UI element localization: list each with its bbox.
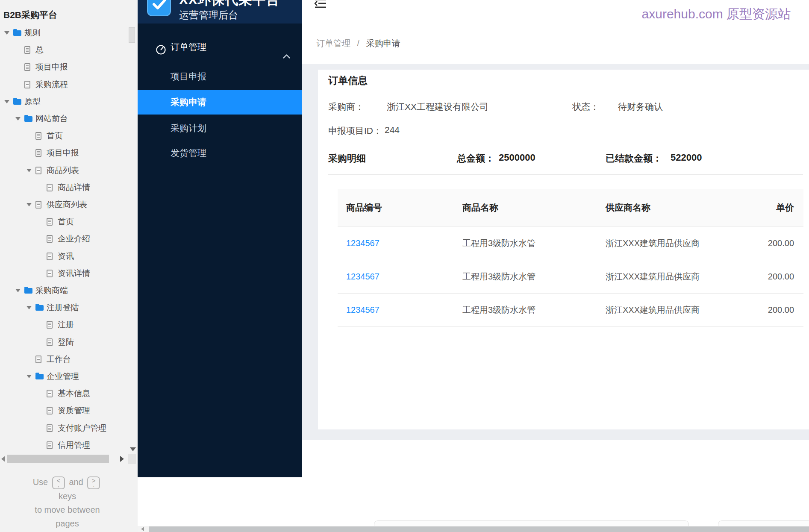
expand-arrow-icon[interactable] xyxy=(26,306,32,309)
table-row: 1234567工程用3级防水水管浙江XXX建筑用品供应商200.00 xyxy=(338,293,803,326)
settled-label: 已结款金额： xyxy=(606,152,662,165)
tree-item-企业介绍[interactable]: 企业介绍 xyxy=(0,230,128,247)
page-horizontal-scrollbar-thumb[interactable] xyxy=(149,526,809,532)
tree-item-商品列表[interactable]: 商品列表 xyxy=(0,162,128,179)
page-icon xyxy=(47,338,53,346)
col-header-供应商名称: 供应商名称 xyxy=(597,189,751,226)
tree-item-总[interactable]: 总 xyxy=(0,41,128,59)
tree-item-供应商列表[interactable]: 供应商列表 xyxy=(0,196,128,213)
tree-item-注册[interactable]: 注册 xyxy=(0,316,128,333)
page-tree-sidebar: B2B采购平台 规则总项目申报采购流程原型网站前台首页项目申报商品列表商品详情供… xyxy=(0,0,138,532)
col-header-商品名称: 商品名称 xyxy=(453,189,597,226)
tree-item-label: 企业管理 xyxy=(47,368,79,385)
page-icon xyxy=(47,253,53,260)
expand-arrow-icon[interactable] xyxy=(15,117,21,121)
page-icon xyxy=(47,321,53,329)
expand-arrow-icon[interactable] xyxy=(26,375,32,378)
purchase-detail-table: 商品编号商品名称供应商名称单价 1234567工程用3级防水水管浙江XXX建筑用… xyxy=(338,189,803,327)
tree-item-资讯[interactable]: 资讯 xyxy=(0,248,128,265)
main-area: axurehub.com 原型资源站 订单管理 / 采购申请 订单信息 采购商：… xyxy=(302,0,809,532)
status-value: 待财务确认 xyxy=(618,101,663,113)
page-icon xyxy=(35,356,41,363)
folder-icon xyxy=(24,116,32,122)
tree-scroll-right-arrow-icon[interactable] xyxy=(120,456,124,462)
product-id-link[interactable]: 1234567 xyxy=(346,272,379,281)
page-icon xyxy=(24,81,30,88)
nav-group-order-management[interactable]: 订单管理 xyxy=(138,37,302,57)
expand-arrow-icon[interactable] xyxy=(26,169,32,172)
tree-item-支付账户管理[interactable]: 支付账户管理 xyxy=(0,420,128,437)
tree-item-注册登陆[interactable]: 注册登陆 xyxy=(0,299,128,316)
tree-item-登陆[interactable]: 登陆 xyxy=(0,334,128,351)
tree-item-label: 工作台 xyxy=(47,351,71,368)
tree-item-label: 企业介绍 xyxy=(58,230,90,247)
tree-item-项目申报[interactable]: 项目申报 xyxy=(0,59,128,76)
nav-item-发货管理[interactable]: 发货管理 xyxy=(138,143,302,163)
tree-item-资质管理[interactable]: 资质管理 xyxy=(0,402,128,419)
breadcrumb-current: 采购申请 xyxy=(366,38,400,48)
product-name: 工程用3级防水水管 xyxy=(462,305,535,314)
tree-item-采购商端[interactable]: 采购商端 xyxy=(0,282,128,299)
tree-horizontal-scrollbar-thumb[interactable] xyxy=(7,455,109,463)
folder-icon xyxy=(24,288,32,294)
tree-item-原型[interactable]: 原型 xyxy=(0,93,128,110)
hint-line-1: Use <, and >. xyxy=(0,475,135,489)
tree-item-基本信息[interactable]: 基本信息 xyxy=(0,385,128,402)
expand-arrow-icon[interactable] xyxy=(4,100,9,103)
breadcrumb: 订单管理 / 采购申请 xyxy=(316,38,400,49)
nav-item-采购计划[interactable]: 采购计划 xyxy=(138,118,302,138)
page-scroll-left-arrow-icon[interactable] xyxy=(141,527,144,531)
project-title: B2B采购平台 xyxy=(3,9,57,21)
tree-item-label: 供应商列表 xyxy=(47,196,87,213)
tree-item-首页[interactable]: 首页 xyxy=(0,127,128,144)
platform-title: XX环保代采平台 xyxy=(179,0,279,9)
tree-item-label: 资质管理 xyxy=(58,402,90,419)
expand-arrow-icon[interactable] xyxy=(26,203,32,206)
tree-item-label: 资讯 xyxy=(58,248,74,265)
tree-item-资讯详情[interactable]: 资讯详情 xyxy=(0,265,128,282)
breadcrumb-parent[interactable]: 订单管理 xyxy=(316,38,350,48)
tree-item-企业管理[interactable]: 企业管理 xyxy=(0,368,128,385)
nav-item-采购申请[interactable]: 采购申请 xyxy=(138,90,302,115)
tree-vertical-scrollbar-thumb[interactable] xyxy=(129,27,135,43)
tree-item-label: 注册 xyxy=(58,316,74,333)
tree-item-label: 首页 xyxy=(47,127,63,144)
tree-item-网站前台[interactable]: 网站前台 xyxy=(0,110,128,127)
tree-item-label: 基本信息 xyxy=(58,385,90,402)
unit-price: 200.00 xyxy=(768,238,794,248)
tree-item-首页[interactable]: 首页 xyxy=(0,213,128,230)
tree-item-商品详情[interactable]: 商品详情 xyxy=(0,179,128,196)
tree-item-label: 商品列表 xyxy=(47,162,79,179)
product-name: 工程用3级防水水管 xyxy=(462,272,535,281)
page-icon xyxy=(47,407,53,414)
product-name: 工程用3级防水水管 xyxy=(462,238,535,248)
supplier-name: 浙江XXX建筑用品供应商 xyxy=(606,272,700,281)
chevron-up-icon[interactable] xyxy=(283,45,290,66)
page-icon xyxy=(24,63,30,71)
tree-item-label: 网站前台 xyxy=(35,110,68,127)
tree-item-项目申报[interactable]: 项目申报 xyxy=(0,144,128,162)
hint-line-3: to move between xyxy=(0,503,135,517)
clipboard-check-logo-icon xyxy=(147,0,171,16)
page-horizontal-scrollbar xyxy=(138,526,809,532)
tree-item-label: 项目申报 xyxy=(47,144,79,162)
nav-item-项目申报[interactable]: 项目申报 xyxy=(138,66,302,87)
product-id-link[interactable]: 1234567 xyxy=(346,305,379,314)
unit-price: 200.00 xyxy=(768,305,794,314)
expand-arrow-icon[interactable] xyxy=(15,289,21,292)
menu-fold-icon[interactable] xyxy=(314,0,327,11)
tree-item-规则[interactable]: 规则 xyxy=(0,24,128,41)
expand-arrow-icon[interactable] xyxy=(4,31,9,35)
tree-item-采购流程[interactable]: 采购流程 xyxy=(0,76,128,93)
tree-item-工作台[interactable]: 工作台 xyxy=(0,351,128,368)
project-id-value: 244 xyxy=(385,125,400,135)
purchaser-value: 浙江XX工程建设有限公司 xyxy=(387,101,488,113)
platform-subtitle: 运营管理后台 xyxy=(179,9,238,22)
tree-scroll-left-arrow-icon[interactable] xyxy=(1,456,5,462)
tree-item-label: 原型 xyxy=(24,93,41,110)
product-id-link[interactable]: 1234567 xyxy=(346,238,379,248)
tree-scroll-down-arrow-icon[interactable] xyxy=(130,447,136,451)
tree-item-信用管理[interactable]: 信用管理 xyxy=(0,437,128,454)
detail-title: 采购明细 xyxy=(328,152,366,165)
folder-icon xyxy=(35,305,44,311)
